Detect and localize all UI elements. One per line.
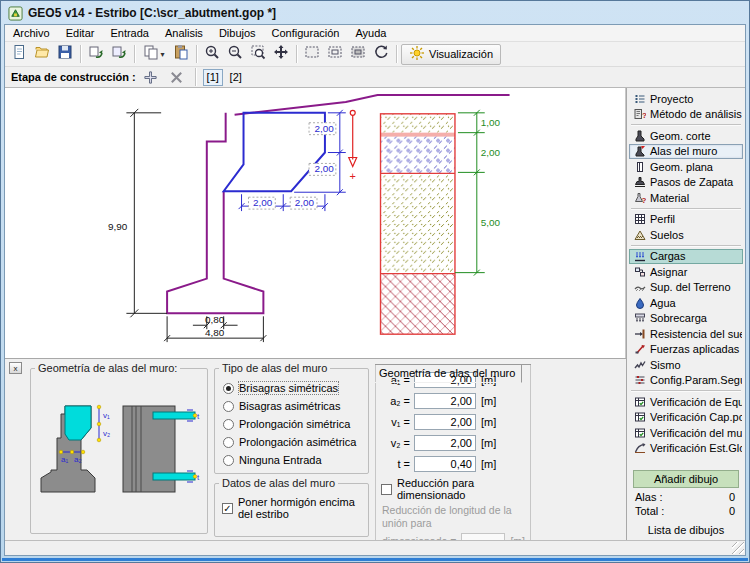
menu-archivo[interactable]: Archivo	[5, 26, 58, 40]
add-drawing-button[interactable]: Añadir dibujo	[633, 470, 739, 488]
sidebar-item-sobrecarga[interactable]: Sobrecarga	[629, 311, 743, 327]
sidebar-separator	[631, 245, 741, 247]
tab-wing-geometry[interactable]: Geometría de alas del muro	[375, 365, 522, 383]
radio-icon[interactable]	[223, 383, 234, 394]
new-button[interactable]	[8, 44, 30, 65]
pan-button[interactable]	[270, 44, 292, 65]
soil-icon	[634, 229, 646, 241]
field-input-v1[interactable]	[414, 414, 476, 430]
concrete-checkbox-row[interactable]: ✓ Poner hormigón encima del estribo	[222, 496, 364, 520]
radio-icon[interactable]	[223, 437, 234, 448]
wing-type-title: Tipo de alas del muro	[219, 362, 330, 374]
dropdown-arrow-icon[interactable]: ▾	[160, 50, 164, 59]
sidebar-item-asignar[interactable]: Asignar	[629, 264, 743, 280]
field-input-t[interactable]	[414, 456, 476, 472]
wing-type-option-prolongaci-n-sim-trica[interactable]: Prolongación simétrica	[223, 418, 364, 430]
concrete-checkbox[interactable]: ✓	[222, 503, 233, 514]
stage-button-2[interactable]: [2]	[226, 69, 246, 86]
app-icon	[8, 6, 23, 21]
sun-icon	[409, 45, 425, 63]
field-row-t: t =[m]	[380, 456, 526, 472]
dim-v2-label: 2,00	[315, 163, 335, 174]
concrete-checkbox-label: Poner hormigón encima del estribo	[238, 496, 364, 520]
select-poly-button[interactable]	[347, 44, 369, 65]
stage-button-1[interactable]: [1]	[203, 69, 223, 86]
menu-editar[interactable]: Editar	[58, 26, 103, 40]
zoom-window-button[interactable]	[247, 44, 269, 65]
field-label-v2: v₂ =	[380, 437, 410, 449]
sidebar-item-config-param-seguridad[interactable]: Config.Param.Seguridad	[629, 373, 743, 389]
wing-type-option-bisagras-asim-tricas[interactable]: Bisagras asimétricas	[223, 400, 364, 412]
wing-type-option-ninguna-entrada[interactable]: Ninguna Entrada	[223, 454, 364, 466]
wing-diagram: v₁ v₂ a₁ a₂	[35, 390, 203, 510]
reduction-checkbox-row[interactable]: Reducción para dimensionado	[381, 477, 526, 501]
copy-view2-button[interactable]	[108, 44, 130, 65]
zoom-in-button[interactable]	[201, 44, 223, 65]
copy-view-button[interactable]	[85, 44, 107, 65]
sidebar-item-alas-del-muro[interactable]: Alas del muro	[629, 144, 743, 160]
open-button[interactable]	[31, 44, 53, 65]
sidebar-item-sup-del-terreno[interactable]: Sup. del Terreno	[629, 280, 743, 296]
menu-entrada[interactable]: Entrada	[102, 26, 157, 40]
quake-icon	[634, 359, 646, 371]
sidebar-item-label: Sup. del Terreno	[650, 281, 731, 293]
menu-ayuda[interactable]: Ayuda	[347, 26, 394, 40]
menu-analisis[interactable]: Analisis	[157, 26, 211, 40]
dim-v1-label: 2,00	[315, 123, 335, 134]
stage-bar: Etapa de construcción : [1][2]	[5, 67, 745, 88]
wing-type-option-brisagras-sim-tricas[interactable]: Brisagras simétricas	[223, 382, 364, 394]
sidebar-item-verificaci-n-del-muro[interactable]: Verificación del muro	[629, 425, 743, 441]
copy-button[interactable]: ▾	[139, 44, 169, 65]
sidebar-item-agua[interactable]: Agua	[629, 295, 743, 311]
copyview-icon	[88, 44, 104, 64]
radio-icon[interactable]	[223, 419, 234, 430]
sidebar-item-m-todo-de-an-lisis[interactable]: ?Método de análisis	[629, 107, 743, 123]
dim-stem-label: 0,80	[205, 314, 225, 325]
field-input-a2[interactable]	[414, 393, 476, 409]
field-unit-t: [m]	[481, 458, 496, 470]
sidebar-item-suelos[interactable]: Suelos	[629, 227, 743, 243]
sidebar-item-sismo[interactable]: Sismo	[629, 357, 743, 373]
wing-type-option-prolongaci-n-asim-trica[interactable]: Prolongación asimétrica	[223, 436, 364, 448]
sidebar-item-pasos-de-zapata[interactable]: Pasos de Zapata	[629, 175, 743, 191]
undo-view-button[interactable]	[370, 44, 392, 65]
drawing-canvas[interactable]: 9,90 2,00	[5, 88, 626, 358]
sidebar-item-verificaci-n-est-global[interactable]: Verificación Est.Global	[629, 441, 743, 457]
drawing-list-button[interactable]: Lista de dibujos	[629, 522, 743, 538]
zoom-out-button[interactable]	[224, 44, 246, 65]
sidebar-item-geom-plana[interactable]: Geom. plana	[629, 159, 743, 175]
field-input-v2[interactable]	[414, 435, 476, 451]
counter-label: Total :	[635, 505, 664, 517]
sidebar-item-geom-corte[interactable]: Geom. corte	[629, 128, 743, 144]
sidebar-item-resistencia-del-suelo[interactable]: Resistencia del suelo	[629, 326, 743, 342]
sidebar-item-verificaci-n-cap-portante[interactable]: Verificación Cap.portante	[629, 410, 743, 426]
sidebar-item-cargas[interactable]: Cargas	[629, 249, 743, 265]
wing-data-group: Datos de alas del muro ✓ Poner hormigón …	[214, 477, 369, 537]
menu-configuraci-n[interactable]: Configuración	[264, 26, 348, 40]
select-window-button[interactable]	[324, 44, 346, 65]
visualization-button[interactable]: Visualización	[401, 44, 501, 65]
add-stage-button[interactable]	[140, 67, 162, 88]
sidebar-item-perfil[interactable]: Perfil	[629, 212, 743, 228]
sidebar-item-proyecto[interactable]: Proyecto	[629, 91, 743, 107]
radio-icon[interactable]	[223, 455, 234, 466]
close-panel-button[interactable]: x	[9, 362, 22, 374]
app-window: GEO5 v14 - Estribo [C:\scr_abutment.gop …	[0, 0, 750, 563]
sidebar-item-fuerzas-aplicadas[interactable]: Fuerzas aplicadas	[629, 342, 743, 358]
sidebar-item-material[interactable]: ?Material	[629, 190, 743, 206]
field-unit-v1: [m]	[481, 416, 496, 428]
wing-cyan	[65, 406, 91, 440]
save-button[interactable]	[54, 44, 76, 65]
ground-line	[235, 95, 510, 115]
remove-stage-button[interactable]	[166, 67, 188, 88]
paste-button[interactable]	[170, 44, 192, 65]
radio-icon[interactable]	[223, 401, 234, 412]
field-row-v1: v₁ =[m]	[380, 414, 526, 430]
select-all-button[interactable]	[301, 44, 323, 65]
resize-grip[interactable]	[732, 542, 744, 554]
menu-dibujos[interactable]: Dibujos	[211, 26, 264, 40]
reduction-checkbox[interactable]	[381, 484, 392, 495]
sidebar-item-label: Geom. plana	[650, 161, 713, 173]
counter-value: 0	[729, 505, 735, 517]
sidebar-item-verificaci-n-de-equilibrio[interactable]: Verificación de Equilibrio	[629, 394, 743, 410]
